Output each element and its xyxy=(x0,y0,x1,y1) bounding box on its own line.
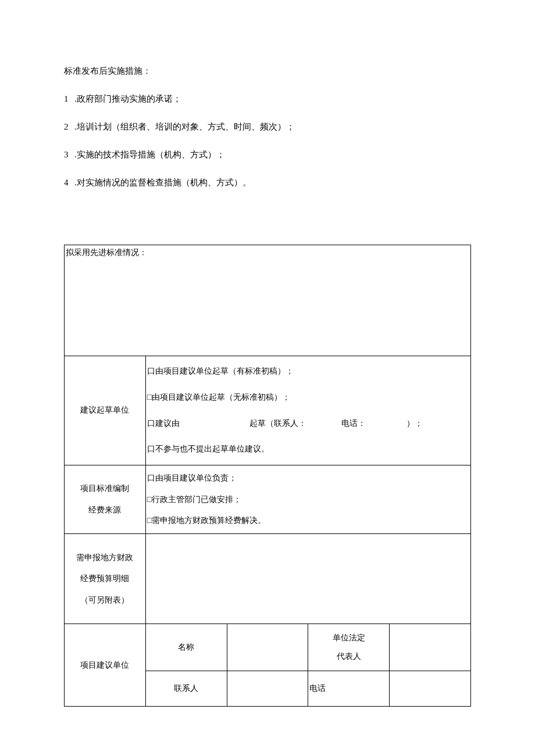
intro-title: 标准发布后实施措施： xyxy=(64,64,471,78)
proposer-name-value[interactable] xyxy=(227,624,308,671)
proposer-contact-value[interactable] xyxy=(227,671,308,707)
intro-item-2-text: .培训计划（组织者、培训的对象、方式、时间、频次）； xyxy=(74,122,295,131)
draft-opt-4-text: 口不参与也不提出起草单位建议。 xyxy=(147,445,269,453)
draft-unit-options[interactable]: 口由项目建议单位起草（有标准初稿）； □由项目建议单位起草（无标准初稿）； 口建… xyxy=(145,356,470,465)
funding-opt-3-text: □需申报地方财政预算经费解决。 xyxy=(147,516,266,525)
funding-options[interactable]: 口由项目建议单位负责； □行政主管部门已做安排； □需申报地方财政预算经费解决。 xyxy=(145,465,470,534)
proposer-tel-value[interactable] xyxy=(390,671,471,707)
proposer-contact-label: 联系人 xyxy=(145,671,227,707)
draft-opt-1[interactable]: 口由项目建议单位起草（有标准初稿）； xyxy=(147,359,469,385)
draft-opt-3[interactable]: 口建议由起草（联系人：电话：）； xyxy=(147,411,469,437)
intro-item-4-text: .对实施情况的监督检查措施（机构、方式）。 xyxy=(74,178,251,187)
intro-item-4: 4.对实施情况的监督检查措施（机构、方式）。 xyxy=(64,175,471,189)
legal-l2: 代表人 xyxy=(308,651,389,662)
funding-label-l2: 经费来源 xyxy=(65,500,145,521)
draft-opt-1-text: 口由项目建议单位起草（有标准初稿）； xyxy=(147,367,294,375)
draft-opt-2[interactable]: □由项目建议单位起草（无标准初稿）； xyxy=(147,385,469,411)
draft-opt-4[interactable]: 口不参与也不提出起草单位建议。 xyxy=(147,436,469,463)
intro-item-3-text: .实施的技术指导措施（机构、方式）； xyxy=(74,150,225,159)
proposer-name-label: 名称 xyxy=(145,624,227,671)
funding-opt-3[interactable]: □需申报地方财政预算经费解决。 xyxy=(147,510,469,531)
funding-label: 项目标准编制 经费来源 xyxy=(65,465,146,534)
funding-opt-2[interactable]: □行政主管部门已做安排； xyxy=(147,489,469,510)
budget-l3: （可另附表） xyxy=(65,590,145,611)
funding-label-l1: 项目标准编制 xyxy=(65,478,145,499)
adopt-standards-label: 拟采用先进标准情况： xyxy=(65,245,470,260)
budget-label: 需申报地方财政 经费预算明细 （可另附表） xyxy=(65,534,146,624)
proposer-label: 项目建议单位 xyxy=(65,624,146,707)
proposer-legal-value[interactable] xyxy=(390,624,471,671)
funding-opt-1-text: 口由项目建议单位负责； xyxy=(147,474,237,482)
draft-opt-3-end: ）； xyxy=(406,419,423,428)
form-table: 拟采用先进标准情况： 建议起草单位 口由项目建议单位起草（有标准初稿）； □由项… xyxy=(64,245,471,707)
budget-l1: 需申报地方财政 xyxy=(65,547,145,568)
proposer-legal-label: 单位法定 代表人 xyxy=(308,624,390,671)
intro-section: 标准发布后实施措施： 1.政府部门推动实施的承诺； 2.培训计划（组织者、培训的… xyxy=(64,64,471,189)
draft-opt-2-text: □由项目建议单位起草（无标准初稿）； xyxy=(147,393,290,402)
intro-item-3: 3.实施的技术指导措施（机构、方式）； xyxy=(64,148,471,162)
draft-unit-label: 建议起草单位 xyxy=(65,356,146,465)
budget-l2: 经费预算明细 xyxy=(65,568,145,589)
draft-opt-3-pre: 口建议由 xyxy=(147,419,180,428)
budget-detail-cell[interactable] xyxy=(145,534,470,624)
draft-opt-3-mid: 起草（联系人： xyxy=(249,419,306,428)
intro-item-2: 2.培训计划（组织者、培训的对象、方式、时间、频次）； xyxy=(64,120,471,134)
adopt-standards-cell[interactable]: 拟采用先进标准情况： xyxy=(65,245,471,356)
legal-l1: 单位法定 xyxy=(308,633,389,643)
funding-opt-2-text: □行政主管部门已做安排； xyxy=(147,495,241,504)
intro-item-1: 1.政府部门推动实施的承诺； xyxy=(64,92,471,106)
intro-item-1-text: .政府部门推动实施的承诺； xyxy=(74,94,181,103)
funding-opt-1[interactable]: 口由项目建议单位负责； xyxy=(147,468,469,489)
draft-opt-3-tel: 电话： xyxy=(341,419,366,428)
proposer-tel-label: 电话 xyxy=(308,671,390,707)
